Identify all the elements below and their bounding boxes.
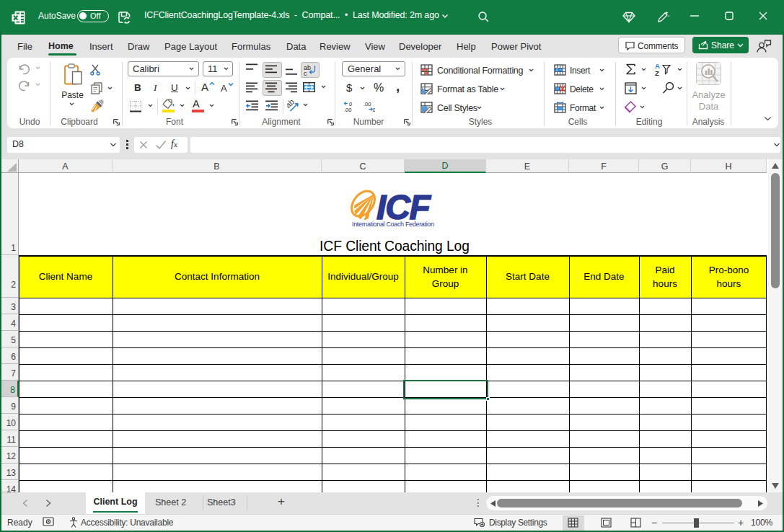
svg-text:.00: .00 — [344, 107, 351, 112]
svg-text:International Coach Federation: International Coach Federation — [352, 221, 434, 228]
svg-text:Z: Z — [655, 69, 659, 76]
svg-text:c: c — [304, 70, 307, 76]
svg-text:ab: ab — [287, 99, 296, 110]
svg-text:0: 0 — [373, 107, 376, 112]
svg-text:.00: .00 — [364, 101, 371, 107]
